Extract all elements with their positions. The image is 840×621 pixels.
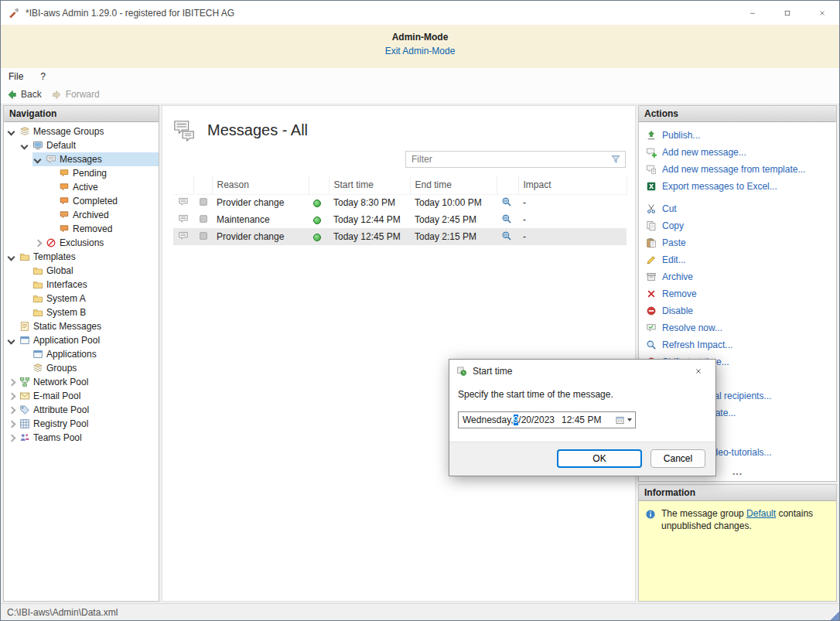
action-edit[interactable]: Edit... <box>639 251 836 268</box>
tree-item-registry-pool[interactable]: Registry Pool <box>4 417 159 431</box>
resize-grip[interactable] <box>829 610 839 620</box>
action-label: Refresh Impact... <box>662 340 732 350</box>
tree-arrow-spacer <box>19 294 29 304</box>
action-remove[interactable]: Remove <box>639 285 836 302</box>
datetime-selected-segment[interactable]: 9 <box>514 415 519 425</box>
filter-input[interactable] <box>411 154 610 165</box>
message-row-2[interactable]: MaintenanceToday 12:44 PMToday 2:45 PM- <box>173 211 627 228</box>
add-message-template-icon <box>646 164 657 175</box>
tree-item-message-groups[interactable]: Message Groups <box>4 125 159 138</box>
filter-funnel-icon[interactable] <box>610 154 621 165</box>
tree-item-system-b[interactable]: System B <box>4 305 159 319</box>
tree-item-completed[interactable]: Completed <box>4 194 159 208</box>
toolbar: Back Forward <box>1 85 839 104</box>
column-header-impact[interactable]: Impact <box>518 176 627 194</box>
tree-item-archived[interactable]: Archived <box>4 208 159 222</box>
message-icon <box>178 196 189 207</box>
action-publish[interactable]: Publish... <box>639 127 836 144</box>
ok-button[interactable]: OK <box>557 449 642 468</box>
column-header-icon-3[interactable] <box>309 176 329 194</box>
tree-item-default[interactable]: Default <box>4 138 159 152</box>
forward-label: Forward <box>66 89 100 100</box>
tree-item-messages[interactable]: Messages <box>4 152 159 166</box>
action-add-new-message[interactable]: Add new message... <box>639 144 836 161</box>
tree-item-label: Attribute Pool <box>33 404 89 415</box>
maximize-button[interactable] <box>770 1 804 25</box>
action-cut[interactable]: Cut <box>639 200 836 217</box>
back-button[interactable]: Back <box>6 89 42 101</box>
menu-help[interactable]: ? <box>40 71 46 82</box>
action-paste[interactable]: Paste <box>639 234 836 251</box>
tree-item-system-a[interactable]: System A <box>4 292 159 305</box>
datetime-dropdown-button[interactable] <box>613 412 635 428</box>
action-disable[interactable]: Disable <box>639 302 836 319</box>
dialog-footer: OK Cancel <box>449 442 715 476</box>
tree-item-active[interactable]: Active <box>4 180 159 194</box>
chevron-right-icon[interactable] <box>6 419 16 429</box>
cancel-button[interactable]: Cancel <box>650 449 705 468</box>
exit-admin-mode-link[interactable]: Exit Admin-Mode <box>385 46 456 56</box>
default-group-link[interactable]: Default <box>746 508 776 519</box>
chevron-down-icon[interactable] <box>6 252 16 262</box>
action-copy[interactable]: Copy <box>639 217 836 234</box>
impact-magnifier-icon[interactable] <box>501 230 512 241</box>
message-row-1[interactable]: Provider changeToday 8:30 PMToday 10:00 … <box>173 194 627 211</box>
chevron-down-icon[interactable] <box>32 155 43 165</box>
tree-item-interfaces[interactable]: Interfaces <box>4 278 159 292</box>
action-add-new-message-from-template[interactable]: Add new message from template... <box>639 161 836 178</box>
tree-item-applications[interactable]: Applications <box>4 347 159 361</box>
tree-item-static-messages[interactable]: Static Messages <box>4 319 159 333</box>
tree-item-inner: Application Pool <box>6 333 159 347</box>
chevron-down-icon[interactable] <box>6 336 16 346</box>
tree-item-inner: E-mail Pool <box>6 389 159 403</box>
menu-file[interactable]: File <box>9 71 23 82</box>
column-header-start-time[interactable]: Start time <box>329 176 410 194</box>
tree-item-attribute-pool[interactable]: Attribute Pool <box>4 403 159 417</box>
minimize-button[interactable] <box>735 1 770 25</box>
resolve-icon <box>646 322 657 333</box>
forward-button[interactable]: Forward <box>51 89 100 101</box>
tree-item-inner: System A <box>19 292 159 305</box>
close-button[interactable] <box>804 1 839 25</box>
paste-icon <box>646 237 657 248</box>
app-icon <box>8 7 20 19</box>
tree-item-pending[interactable]: Pending <box>4 166 159 180</box>
information-body: The message group Default contains unpub… <box>639 501 836 601</box>
tree-item-templates[interactable]: Templates <box>4 250 159 264</box>
action-export-messages-to-excel[interactable]: Export messages to Excel... <box>639 178 836 195</box>
tree-item-label: Pending <box>73 168 107 179</box>
tree-item-e-mail-pool[interactable]: E-mail Pool <box>4 389 159 403</box>
datetime-picker[interactable]: Wednesday, 9/20/2023 12:45 PM <box>458 411 636 428</box>
action-archive[interactable]: Archive <box>639 268 836 285</box>
message-row-3[interactable]: Provider changeToday 12:45 PMToday 2:15 … <box>173 228 627 245</box>
copy-icon <box>646 220 657 231</box>
chevron-down-icon[interactable] <box>6 127 16 137</box>
chevron-right-icon[interactable] <box>6 391 16 401</box>
tree-item-groups[interactable]: Groups <box>4 361 159 375</box>
chevron-right-icon[interactable] <box>6 433 16 443</box>
column-header-end-time[interactable]: End time <box>410 176 497 194</box>
tree-item-global[interactable]: Global <box>4 264 159 278</box>
impact-magnifier-icon[interactable] <box>501 213 512 224</box>
column-header-icon-6[interactable] <box>497 176 518 194</box>
impact-magnifier-icon[interactable] <box>501 196 512 207</box>
tree-item-removed[interactable]: Removed <box>4 222 159 236</box>
column-header-icon-0[interactable] <box>173 176 193 194</box>
action-resolve-now[interactable]: Resolve now... <box>639 319 836 336</box>
column-header-icon-1[interactable] <box>193 176 212 194</box>
tree-item-exclusions[interactable]: Exclusions <box>4 236 159 250</box>
tree-item-teams-pool[interactable]: Teams Pool <box>4 431 159 445</box>
tree-item-application-pool[interactable]: Application Pool <box>4 333 159 347</box>
active-status-icon <box>313 217 321 224</box>
tree-item-network-pool[interactable]: Network Pool <box>4 375 159 389</box>
applications-icon <box>32 349 43 360</box>
chevron-right-icon[interactable] <box>32 238 43 248</box>
dialog-close-button[interactable] <box>681 360 715 383</box>
column-header-reason[interactable]: Reason <box>212 176 309 194</box>
chevron-right-icon[interactable] <box>6 405 16 415</box>
chevron-right-icon[interactable] <box>6 377 16 387</box>
tree-item-inner: Archived <box>46 208 159 222</box>
tree-arrow-spacer <box>46 196 56 206</box>
action-refresh-impact[interactable]: Refresh Impact... <box>639 336 836 353</box>
chevron-down-icon[interactable] <box>19 141 29 151</box>
